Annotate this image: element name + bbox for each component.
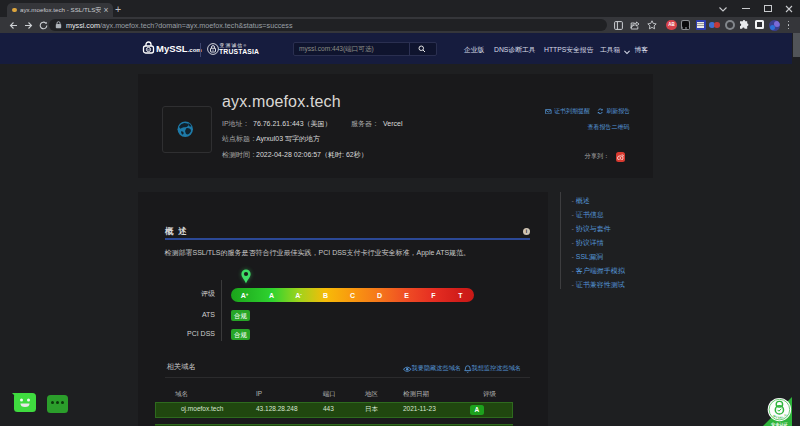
svg-text:安全认证: 安全认证 xyxy=(771,422,789,426)
